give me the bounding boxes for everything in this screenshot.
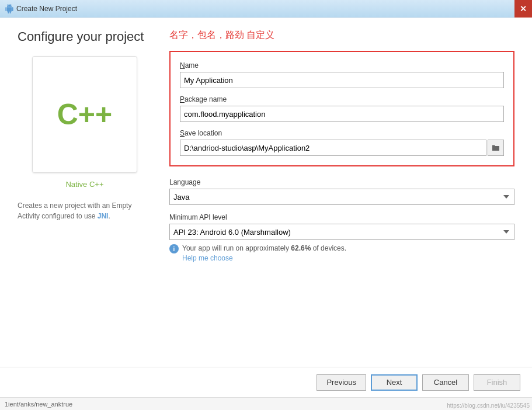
language-label: Language (169, 178, 514, 186)
name-input[interactable] (180, 72, 504, 88)
browse-button[interactable] (488, 140, 504, 156)
android-icon (5, 4, 14, 13)
main-content: Configure your project C++ Native C++ Cr… (0, 18, 532, 367)
language-select[interactable]: Java Kotlin (169, 189, 514, 205)
api-info-text: Your app will run on approximately 62.6%… (182, 244, 346, 263)
package-input[interactable] (180, 106, 504, 122)
cancel-button[interactable]: Cancel (422, 374, 469, 391)
min-api-select-wrapper: API 23: Android 6.0 (Marshmallow) API 21… (169, 224, 514, 240)
package-label: Package name (180, 95, 504, 103)
dialog: Configure your project C++ Native C++ Cr… (0, 18, 532, 410)
api-info-prefix: Your app will run on approximately (182, 244, 291, 252)
api-info: i Your app will run on approximately 62.… (169, 244, 514, 263)
chinese-text: 名字，包名，路劲 自定义 (169, 29, 514, 41)
preview-card: C++ (32, 56, 137, 173)
language-group: Language Java Kotlin (169, 178, 514, 205)
name-group: Name (180, 61, 504, 88)
info-icon: i (169, 244, 179, 253)
folder-icon (492, 144, 500, 151)
min-api-label: Minimum API level (169, 213, 514, 221)
help-link[interactable]: Help me choose (182, 254, 233, 262)
name-label: Name (180, 61, 504, 70)
save-location-input-row (180, 140, 504, 156)
api-info-suffix: of devices. (311, 244, 346, 252)
watermark-text: https://blog.csdn.net/iu/4235545 (447, 402, 530, 409)
button-bar: Previous Next Cancel Finish (0, 367, 532, 397)
status-text: 1ient/anks/new_anktrue (5, 401, 72, 408)
api-info-bold: 62.6% (291, 244, 311, 252)
right-panel: 名字，包名，路劲 自定义 Name Package name (169, 29, 514, 355)
package-group: Package name (180, 95, 504, 122)
page-title: Configure your project (18, 29, 144, 44)
finish-button[interactable]: Finish (474, 374, 520, 391)
min-api-group: Minimum API level API 23: Android 6.0 (M… (169, 213, 514, 263)
left-panel: Configure your project C++ Native C++ Cr… (18, 29, 152, 355)
form-section: Language Java Kotlin Minimum API level A… (169, 178, 514, 272)
min-api-select[interactable]: API 23: Android 6.0 (Marshmallow) API 21… (169, 224, 514, 240)
language-select-wrapper: Java Kotlin (169, 189, 514, 205)
title-bar-text: Create New Project (16, 5, 77, 13)
status-bar: 1ient/anks/new_anktrue https://blog.csdn… (0, 397, 532, 410)
save-location-group: Save location (180, 129, 504, 156)
previous-button[interactable]: Previous (317, 374, 366, 391)
description-part2: . (108, 212, 110, 220)
description-part1: Creates a new project with an Empty Acti… (18, 201, 131, 220)
activity-label: Native C++ (65, 180, 103, 189)
close-button[interactable]: ✕ (514, 0, 532, 18)
description-highlight: JNI (98, 212, 109, 220)
red-box-section: Name Package name Save location (169, 51, 514, 166)
description: Creates a new project with an Empty Acti… (18, 200, 152, 221)
title-bar: Create New Project ✕ (0, 0, 532, 18)
save-location-input[interactable] (180, 140, 486, 156)
save-location-label: Save location (180, 129, 504, 137)
next-button[interactable]: Next (371, 374, 418, 391)
cpp-logo: C++ (57, 98, 113, 131)
